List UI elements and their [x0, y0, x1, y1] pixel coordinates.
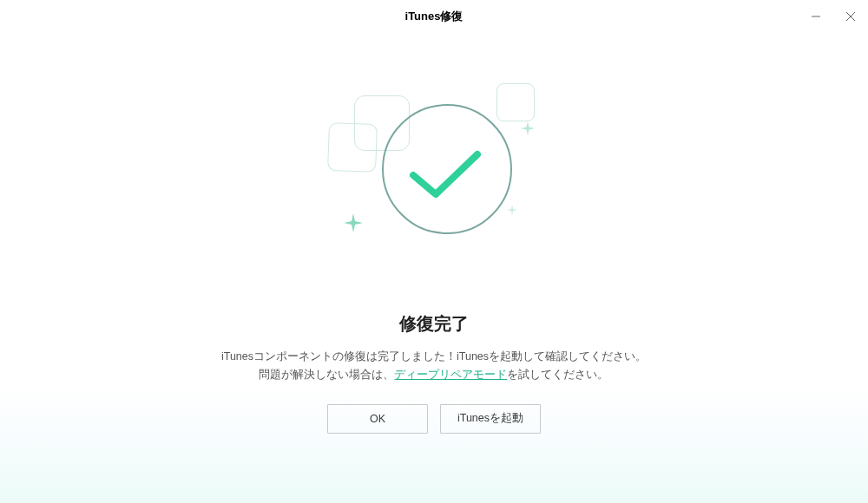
message-line-1: iTunesコンポーネントの修復は完了しました！iTunesを起動して確認してく…: [221, 350, 647, 363]
result-message: iTunesコンポーネントの修復は完了しました！iTunesを起動して確認してく…: [221, 348, 647, 385]
sparkle-icon: [521, 121, 535, 135]
decor-square: [496, 83, 535, 121]
message-line-2-prefix: 問題が解決しない場合は、: [259, 369, 394, 381]
message-line-2-suffix: を試してください。: [507, 369, 608, 381]
window-controls: [799, 0, 868, 33]
close-icon: [845, 11, 856, 22]
window-title: iTunes修復: [405, 9, 464, 24]
result-heading: 修復完了: [399, 312, 469, 336]
decor-square: [327, 122, 378, 173]
minimize-button[interactable]: [799, 0, 833, 33]
close-button[interactable]: [833, 0, 868, 33]
ok-button[interactable]: OK: [327, 404, 428, 434]
app-window: iTunes修復: [0, 0, 868, 503]
success-illustration: [304, 83, 564, 291]
launch-itunes-button[interactable]: iTunesを起動: [440, 404, 541, 434]
content-area: 修復完了 iTunesコンポーネントの修復は完了しました！iTunesを起動して…: [0, 33, 868, 503]
sparkle-icon: [344, 213, 363, 232]
button-row: OK iTunesを起動: [327, 404, 541, 434]
deep-repair-link[interactable]: ディープリペアモード: [394, 369, 507, 381]
checkmark-icon: [406, 149, 484, 201]
minimize-icon: [811, 11, 821, 22]
sparkle-icon: [507, 205, 517, 215]
titlebar: iTunes修復: [0, 0, 868, 33]
